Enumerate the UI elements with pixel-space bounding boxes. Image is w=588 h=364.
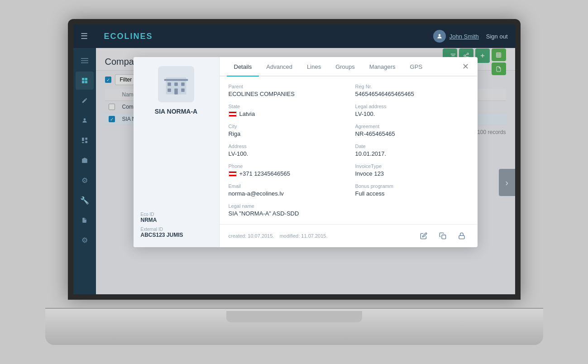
agreement-value: NR-465465465 [355,130,468,137]
svg-rect-35 [174,82,178,86]
modal-close-button[interactable]: ✕ [459,60,472,73]
modal-right-panel: Details Advanced Lines Groups Managers G… [220,57,478,247]
sidebar-item-menu[interactable] [76,52,94,70]
sidebar-item-list[interactable] [76,72,94,90]
field-legal-address: Legal address LV-100. [355,104,468,117]
field-phone: Phone +371 12345646565 [229,163,342,177]
parent-value: ECOLINES COMPANIES [229,91,342,97]
eco-id-value: NRMA [141,217,212,223]
address-label: Address [229,144,342,149]
phone-label: Phone [229,163,342,169]
sidebar-item-person[interactable] [76,111,94,129]
modal-actions [417,229,468,243]
state-value: Latvia [229,110,342,117]
svg-rect-33 [164,79,188,81]
modal-tabs: Details Advanced Lines Groups Managers G… [220,57,478,77]
parent-label: Parent [229,84,342,89]
created-timestamp: created: 10.07.2015. [229,233,274,239]
modal-fields-grid: Parent ECOLINES COMPANIES Reg Nr. 546546… [229,84,468,217]
city-value: Riga [229,130,342,137]
phone-value: +371 12345646565 [229,170,342,177]
field-state: State Latvia [229,104,342,117]
email-label: Email [229,183,342,189]
svg-rect-40 [442,235,446,239]
modal-left-panel: SIA NORMA-A Eco ID NRMA External ID ABCS… [134,57,220,247]
edit-action-button[interactable] [417,229,430,243]
sidebar: ⚙ 🔧 ⚙ [73,48,96,294]
svg-rect-34 [167,82,171,86]
topbar: ☰ ECOLINES John Smith Sign out [73,24,515,48]
svg-rect-14 [84,160,86,163]
field-bonus: Bonus programm Full access [355,183,468,197]
field-address: Address LV-100. [229,144,342,157]
tab-advanced[interactable]: Advanced [259,57,300,77]
modal-overlay: SIA NORMA-A Eco ID NRMA External ID ABCS… [96,48,515,294]
field-legal-name: Legal name SIA "NORMA-A" ASD-SDD [229,203,342,217]
svg-rect-7 [85,81,87,83]
svg-rect-1 [81,58,88,59]
svg-rect-41 [459,235,464,239]
modal-detail-content: Parent ECOLINES COMPANIES Reg Nr. 546546… [220,77,478,224]
sidebar-item-dashboard[interactable] [76,131,94,149]
modal-company-name: SIA NORMA-A [155,108,197,115]
latvia-flag-icon [229,111,237,117]
svg-point-0 [438,34,440,36]
legal-name-value: SIA "NORMA-A" ASD-SDD [229,210,342,217]
svg-rect-38 [174,88,178,94]
tab-managers[interactable]: Managers [362,57,403,77]
svg-rect-6 [82,81,84,83]
bonus-value: Full access [355,190,468,197]
city-label: City [229,124,342,129]
legal-address-label: Legal address [355,104,468,109]
sidebar-item-tools[interactable]: 🔧 [76,191,94,209]
field-date: Date 10.01.2017. [355,144,468,157]
content-area: ⚙ 🔧 ⚙ Companies [73,48,515,294]
reg-nr-value: 546546546465465465 [355,91,468,97]
sidebar-item-doc[interactable] [76,211,94,229]
svg-point-8 [83,118,86,120]
legal-name-label: Legal name [229,203,342,209]
state-label: State [229,104,342,109]
signout-button[interactable]: Sign out [486,33,508,40]
app-logo: ECOLINES [104,32,153,41]
sidebar-item-cog[interactable]: ⚙ [76,171,94,189]
lock-action-button[interactable] [455,229,468,243]
company-icon [158,66,194,102]
field-email: Email norma-a@ecolines.lv [229,183,342,197]
field-invoice-type: InvoiceType Invoce 123 [355,163,468,177]
svg-rect-2 [81,60,88,61]
sidebar-item-settings[interactable]: ⚙ [76,231,94,249]
svg-rect-10 [85,138,87,140]
tab-gps[interactable]: GPS [403,57,430,77]
field-agreement: Agreement NR-465465465 [355,124,468,137]
copy-action-button[interactable] [436,229,449,243]
modal-timestamps: created: 10.07.2015. modified: 11.07.201… [229,233,328,239]
modal-footer: created: 10.07.2015. modified: 11.07.201… [220,224,478,247]
tab-details[interactable]: Details [227,57,259,77]
svg-rect-36 [181,82,185,86]
email-value: norma-a@ecolines.lv [229,190,342,197]
username-link[interactable]: John Smith [449,33,479,40]
eco-id-label: Eco ID [141,212,212,217]
sidebar-item-building[interactable] [76,151,94,169]
svg-rect-4 [82,78,84,80]
user-avatar [433,30,446,43]
field-reg-nr: Reg Nr. 546546546465465465 [355,84,468,97]
tab-groups[interactable]: Groups [328,57,362,77]
tab-lines[interactable]: Lines [300,57,328,77]
svg-rect-37 [167,88,171,92]
date-value: 10.01.2017. [355,150,468,157]
address-value: LV-100. [229,150,342,157]
sidebar-item-edit[interactable] [76,91,94,110]
svg-rect-11 [82,142,84,143]
agreement-label: Agreement [355,124,468,129]
menu-icon[interactable]: ☰ [81,31,88,41]
svg-rect-12 [85,141,87,143]
svg-marker-15 [82,158,87,159]
field-city: City Riga [229,124,342,137]
main-content: Companies [96,48,515,294]
date-label: Date [355,144,468,149]
svg-rect-3 [81,62,88,63]
user-section: John Smith Sign out [433,30,508,43]
svg-rect-5 [85,78,87,80]
